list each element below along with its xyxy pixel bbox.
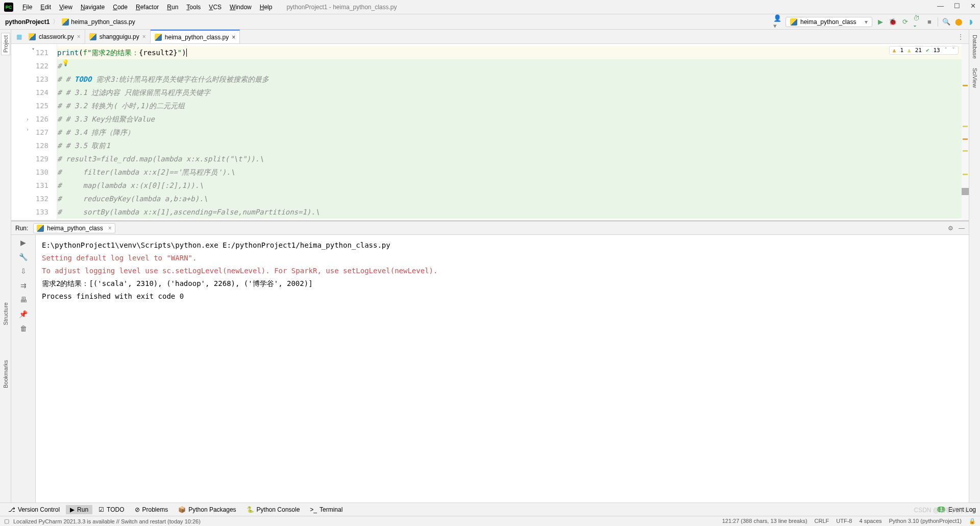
- code-line[interactable]: # # 3.4 排序（降序）: [57, 126, 962, 139]
- minimize-button[interactable]: —: [937, 2, 944, 10]
- ide-updates-icon[interactable]: ⬤: [954, 18, 963, 26]
- menu-code[interactable]: Code: [109, 4, 132, 11]
- code-line[interactable]: # result3=file_rdd.map(lambda x:x.split(…: [57, 152, 962, 165]
- menu-help[interactable]: Help: [256, 4, 277, 11]
- code-line[interactable]: # reduceByKey(lambda a,b:a+b).\: [57, 192, 962, 205]
- run-header: Run: heima_python_class× ⚙ —: [11, 222, 969, 235]
- code-line[interactable]: #: [57, 59, 962, 73]
- bottom-tab-python-console[interactable]: 🐍Python Console: [242, 505, 304, 514]
- code-line[interactable]: # map(lambda x:(x[0][:2],1)).\: [57, 179, 962, 192]
- menu-window[interactable]: Window: [226, 4, 256, 11]
- bottom-tab-python-packages[interactable]: 📦Python Packages: [174, 505, 240, 514]
- stop-button[interactable]: ■: [925, 18, 934, 26]
- run-button[interactable]: ▶: [876, 18, 885, 26]
- settings-icon[interactable]: ⚙: [948, 225, 953, 232]
- code-line[interactable]: print(f"需求2的结果：{result2}"): [57, 46, 962, 59]
- console-line: Setting default log level to "WARN".: [42, 252, 963, 265]
- pin-button[interactable]: 📌: [19, 309, 28, 319]
- code-line[interactable]: # # 3.2 转换为( 小时,1)的二元元组: [57, 99, 962, 112]
- status-sdk[interactable]: Python 3.10 (pythonProject1): [889, 518, 962, 524]
- bottom-tab-problems[interactable]: ⊘Problems: [131, 505, 173, 514]
- add-user-icon[interactable]: 👤▾: [773, 18, 781, 26]
- tab-label: Run: [77, 506, 88, 513]
- profile-button[interactable]: ⏱▾: [913, 18, 921, 26]
- run-config-selector[interactable]: heima_python_class▾: [786, 17, 872, 27]
- breadcrumb-project[interactable]: pythonProject1: [5, 18, 50, 26]
- editor[interactable]: ▾ › › 1211221231241251261271281291301311…: [11, 44, 969, 220]
- code-area[interactable]: 💡 ▲1 ▲21 ✔13 ˆˇ print(f"需求2的结果：{result2}…: [57, 44, 962, 220]
- event-log-button[interactable]: Event Log: [948, 506, 976, 513]
- lock-icon[interactable]: 🔒: [969, 518, 976, 524]
- code-with-me-icon[interactable]: ◗: [967, 18, 975, 26]
- code-line[interactable]: # # 3.5 取前1: [57, 139, 962, 152]
- menu-navigate[interactable]: Navigate: [77, 4, 109, 11]
- sidebar-tab-bookmarks[interactable]: Bookmarks: [2, 358, 10, 390]
- fold-indicator[interactable]: ▾: [32, 46, 35, 52]
- menu-edit[interactable]: Edit: [36, 4, 55, 11]
- menu-view[interactable]: View: [55, 4, 77, 11]
- search-icon[interactable]: 🔍: [942, 18, 950, 26]
- delete-button[interactable]: 🗑: [19, 324, 28, 333]
- bottom-tab-todo[interactable]: ☑TODO: [94, 505, 128, 514]
- run-tools: ⚙ —: [948, 225, 965, 232]
- coverage-button[interactable]: ⟳: [901, 18, 909, 26]
- code-line[interactable]: # sortBy(lambda x:x[1],ascending=False,n…: [57, 205, 962, 219]
- status-message[interactable]: Localized PyCharm 2021.3.3 is available …: [13, 518, 201, 524]
- project-view-icon[interactable]: ▦: [13, 30, 24, 43]
- code-line[interactable]: # # 3.1 过滤内容 只能保留黑马程序员关键字: [57, 86, 962, 99]
- sidebar-tab-structure[interactable]: Structure: [2, 300, 10, 327]
- inspection-widget[interactable]: ▲1 ▲21 ✔13 ˆˇ: [889, 46, 959, 55]
- bottom-tab-terminal[interactable]: >_Terminal: [306, 505, 347, 514]
- marker-strip[interactable]: [962, 44, 969, 220]
- code-line[interactable]: # # 3.3 Key分组聚合Value: [57, 112, 962, 126]
- code-line[interactable]: # filter(lambda x:x[2]=='黑马程序员').\: [57, 165, 962, 179]
- console-output[interactable]: E:\pythonProject1\venv\Scripts\python.ex…: [36, 235, 969, 503]
- tab-icon: 📦: [178, 506, 186, 513]
- sidebar-tab-sciview[interactable]: SciView: [971, 66, 979, 90]
- close-icon[interactable]: ×: [232, 34, 235, 41]
- sidebar-tab-database[interactable]: Database: [971, 33, 979, 61]
- tab-label: Python Console: [257, 506, 300, 513]
- tab-label: Version Control: [18, 506, 60, 513]
- console-line: E:\pythonProject1\venv\Scripts\python.ex…: [42, 239, 963, 252]
- menu-vcs[interactable]: VCS: [205, 4, 226, 11]
- tabs-more-button[interactable]: ⋮: [952, 30, 969, 43]
- rerun-button[interactable]: ▶: [19, 238, 28, 247]
- python-icon: [62, 18, 69, 26]
- hide-icon[interactable]: —: [959, 225, 965, 232]
- breadcrumb-file-label: heima_python_class.py: [71, 18, 135, 26]
- soft-wrap-button[interactable]: 🖶: [19, 295, 28, 304]
- bottom-tab-version-control[interactable]: ⎇Version Control: [4, 505, 64, 514]
- editor-tab[interactable]: shangguigu.py×: [85, 30, 151, 43]
- close-button[interactable]: ✕: [970, 2, 976, 10]
- fold-arrow[interactable]: ›: [26, 127, 29, 132]
- close-icon[interactable]: ×: [77, 33, 81, 40]
- editor-tab[interactable]: classwork.py×: [24, 30, 85, 43]
- sidebar-tab-project[interactable]: Project: [1, 33, 10, 55]
- debug-button[interactable]: 🐞: [889, 18, 897, 26]
- editor-tabs: ▦ classwork.py×shangguigu.py×heima_pytho…: [11, 30, 969, 44]
- tab-label: heima_python_class.py: [165, 34, 229, 41]
- maximize-button[interactable]: ☐: [954, 2, 960, 10]
- status-eol[interactable]: CRLF: [815, 518, 829, 524]
- status-indent[interactable]: 4 spaces: [859, 518, 881, 524]
- editor-tab[interactable]: heima_python_class.py×: [151, 30, 240, 43]
- close-icon[interactable]: ×: [108, 225, 112, 232]
- status-tool-icon[interactable]: ▢: [4, 518, 9, 524]
- layout-button[interactable]: ⇉: [19, 281, 28, 290]
- run-tab[interactable]: heima_python_class×: [33, 223, 115, 233]
- fold-arrow[interactable]: ›: [26, 116, 29, 122]
- close-icon[interactable]: ×: [142, 33, 146, 40]
- status-position[interactable]: 121:27 (388 chars, 13 line breaks): [722, 518, 807, 524]
- bottom-tab-run[interactable]: ▶Run: [66, 505, 92, 514]
- down-button[interactable]: ⇩: [19, 267, 28, 276]
- breadcrumb-file[interactable]: heima_python_class.py: [62, 18, 135, 26]
- intention-bulb-icon[interactable]: 💡: [62, 59, 69, 66]
- menu-run[interactable]: Run: [163, 4, 182, 11]
- menu-tools[interactable]: Tools: [182, 4, 205, 11]
- code-line[interactable]: # # TODO 需求3:统计黑马程序员关键字在什么时段被搜索的最多: [57, 73, 962, 86]
- menu-file[interactable]: File: [18, 4, 36, 11]
- status-encoding[interactable]: UTF-8: [836, 518, 852, 524]
- stop-button[interactable]: 🔧: [19, 252, 28, 261]
- menu-refactor[interactable]: Refactor: [132, 4, 163, 11]
